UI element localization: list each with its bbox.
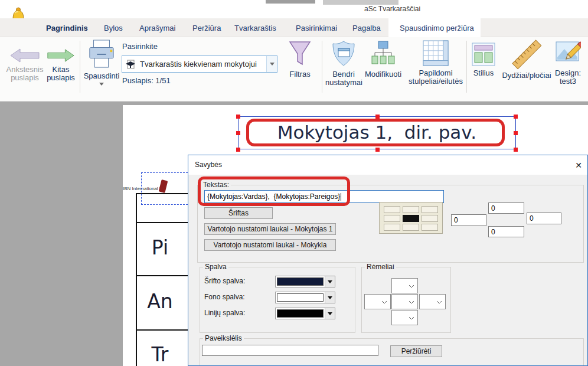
border-top-select[interactable] bbox=[391, 278, 418, 293]
font-button[interactable]: Šriftas bbox=[204, 207, 273, 219]
align-middle-center[interactable] bbox=[403, 215, 419, 222]
resize-handle-w[interactable] bbox=[236, 131, 240, 135]
schedule-type-select[interactable]: Tvarkaraštis kiekvienam mokytojui bbox=[122, 55, 277, 73]
tab-bylos[interactable]: Bylos bbox=[104, 24, 123, 32]
alignment-grid bbox=[379, 202, 443, 234]
border-right-select[interactable] bbox=[419, 294, 446, 309]
general-settings-button[interactable]: Bendri nustatymai bbox=[325, 40, 362, 87]
align-bottom-center[interactable] bbox=[403, 224, 419, 231]
page-indicator: Puslapis: 1/51 bbox=[122, 77, 171, 85]
modify-button[interactable]: Modifikuoti bbox=[363, 40, 403, 79]
borders-group-label: Rėmeliai bbox=[365, 263, 396, 271]
image-preview-button[interactable]: Peržiūrėti bbox=[390, 345, 442, 357]
resize-handle-n[interactable] bbox=[375, 115, 380, 119]
titlebar-artifact bbox=[266, 0, 315, 4]
border-left-select[interactable] bbox=[364, 294, 391, 309]
window-title: aSc Tvarkaraščiai bbox=[364, 5, 420, 13]
schedule-dropdown-arrow[interactable] bbox=[266, 56, 277, 72]
print-dropdown-caret[interactable] bbox=[99, 83, 104, 86]
next-page-label2: puslapis bbox=[44, 74, 78, 82]
resize-handle-sw[interactable] bbox=[236, 148, 240, 152]
align-top-center[interactable] bbox=[403, 206, 419, 213]
align-bottom-left[interactable] bbox=[384, 224, 400, 231]
ribbon-separator bbox=[466, 41, 467, 93]
line-color-dropdown-arrow[interactable] bbox=[325, 308, 335, 319]
margin-top-input[interactable]: 0 bbox=[488, 202, 524, 214]
dialog-title: Savybės bbox=[195, 161, 222, 169]
shield-icon bbox=[331, 40, 357, 68]
resize-handle-se[interactable] bbox=[514, 148, 518, 152]
app-window: aSc Tvarkaraščiai aSc Pagrindinis Bylos … bbox=[0, 0, 588, 366]
align-top-left[interactable] bbox=[384, 206, 400, 213]
print-label: Spausdinti bbox=[83, 72, 120, 80]
print-button[interactable]: Spausdinti bbox=[83, 39, 120, 86]
tab-tvarkarastis[interactable]: Tvarkaraštis bbox=[234, 24, 276, 32]
table-border-vertical bbox=[136, 193, 137, 366]
align-middle-left[interactable] bbox=[384, 215, 400, 222]
tab-pagrindinis[interactable]: Pagrindinis bbox=[46, 24, 88, 32]
resize-handle-nw[interactable] bbox=[236, 115, 240, 119]
margin-left-input[interactable]: 0 bbox=[451, 214, 486, 226]
general-settings-label: Bendri bbox=[325, 70, 362, 79]
border-center-select[interactable] bbox=[391, 294, 418, 309]
resize-handle-s[interactable] bbox=[375, 148, 380, 152]
background-color-select[interactable] bbox=[275, 292, 335, 303]
line-color-select[interactable] bbox=[275, 308, 335, 319]
layout-style-icon bbox=[471, 42, 496, 67]
window-titlebar: aSc Tvarkaraščiai bbox=[0, 0, 588, 18]
align-top-right[interactable] bbox=[422, 206, 438, 213]
style-button[interactable]: Stilius bbox=[470, 42, 497, 77]
sizes-button[interactable]: Dydžiai/pločiai bbox=[499, 40, 554, 80]
background-color-swatch bbox=[277, 293, 324, 302]
tab-pagalba[interactable]: Pagalba bbox=[352, 24, 381, 32]
general-settings-label2: nustatymai bbox=[325, 79, 362, 87]
next-page-label: Kitas bbox=[44, 66, 78, 74]
color-group-label: Spalva bbox=[203, 263, 228, 271]
close-icon[interactable]: ✕ bbox=[571, 158, 586, 172]
filter-funnel-icon bbox=[286, 40, 314, 68]
day-cell-tuesday: An bbox=[137, 290, 183, 313]
select-label: Pasirinkite bbox=[122, 43, 158, 51]
align-bottom-right[interactable] bbox=[422, 224, 438, 231]
dialog-titlebar[interactable]: Savybės ✕ bbox=[188, 155, 587, 175]
font-color-select[interactable] bbox=[275, 276, 335, 287]
font-color-dropdown-arrow[interactable] bbox=[325, 276, 335, 287]
tab-pasirinkimai[interactable]: Pasirinkimai bbox=[296, 24, 337, 32]
custom-fields-teacher-button[interactable]: Vartotojo nustatomi laukai - Mokytojas 1 bbox=[204, 223, 336, 235]
ribbon-separator bbox=[322, 41, 322, 93]
previous-page-label2: puslapis bbox=[5, 74, 45, 82]
tab-perziura[interactable]: Peržiūra bbox=[192, 24, 221, 32]
margin-right-input[interactable]: 0 bbox=[527, 213, 561, 224]
line-color-label: Linijų spalva: bbox=[204, 309, 245, 317]
schedule-type-value: Tvarkaraštis kiekvienam mokytojui bbox=[140, 60, 257, 68]
resize-handle-ne[interactable] bbox=[514, 115, 518, 119]
extra-columns-button[interactable]: Papildomi stulpeliai/eilutės bbox=[409, 40, 463, 86]
arrow-right-icon bbox=[47, 48, 75, 63]
image-path-input[interactable] bbox=[202, 345, 378, 356]
design-button[interactable]: Design: test3 bbox=[551, 40, 584, 86]
red-annotation-dialog bbox=[198, 177, 350, 206]
table-grid-icon bbox=[422, 40, 449, 67]
ribbon-separator bbox=[80, 41, 80, 93]
red-annotation-canvas bbox=[246, 119, 505, 146]
align-middle-right[interactable] bbox=[422, 215, 438, 222]
next-page-button[interactable]: Kitas puslapis bbox=[44, 48, 78, 82]
day-cell-wednesday: Tr bbox=[137, 343, 183, 366]
border-bottom-select[interactable] bbox=[391, 310, 418, 325]
printer-icon bbox=[87, 39, 116, 70]
tab-aprasymai[interactable]: Aprašymai bbox=[139, 24, 175, 32]
margin-bottom-input[interactable]: 0 bbox=[488, 226, 524, 237]
resize-handle-e[interactable] bbox=[514, 131, 518, 135]
previous-page-button[interactable]: Ankstesnis puslapis bbox=[5, 48, 45, 82]
design-image-pencil-icon bbox=[555, 40, 581, 67]
ribbon-toolbar: Ankstesnis puslapis Kitas puslapis Spaus… bbox=[0, 37, 588, 102]
schedule-doc-icon bbox=[125, 59, 136, 70]
filter-label: Filtras bbox=[285, 70, 315, 79]
custom-fields-school-button[interactable]: Vartotojo nustatomi laukai - Mokykla bbox=[204, 239, 336, 251]
background-color-dropdown-arrow[interactable] bbox=[325, 292, 335, 303]
style-label: Stilius bbox=[470, 69, 497, 77]
titlebar-artifact bbox=[323, 0, 398, 5]
filter-button[interactable]: Filtras bbox=[285, 40, 315, 79]
tab-spausdinimo-perziura[interactable]: Spausdinimo peržiūra bbox=[400, 24, 474, 32]
font-color-swatch bbox=[277, 277, 324, 286]
